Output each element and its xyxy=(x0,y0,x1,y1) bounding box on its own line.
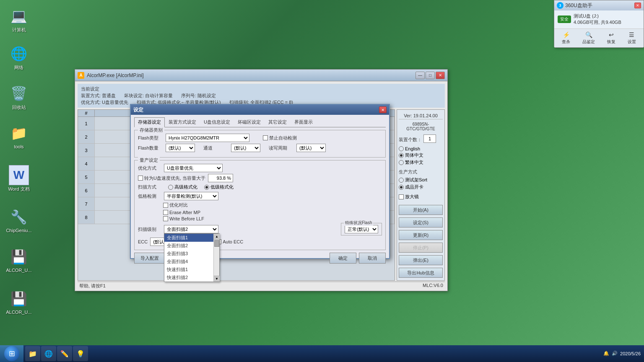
desktop-icon-word[interactable]: W Word 文档 xyxy=(2,163,36,194)
erase-after-mp-label[interactable]: Erase After MP xyxy=(163,210,382,215)
scan-option-3[interactable]: 全面扫描3 xyxy=(164,250,213,258)
maximize-button[interactable]: □ xyxy=(426,72,435,79)
channel-select[interactable]: (默认) xyxy=(231,144,260,152)
update-button[interactable]: 更新(R) xyxy=(399,230,443,240)
magnifier-option[interactable]: 放大镜 xyxy=(399,194,443,200)
settings-close-button[interactable]: ✕ xyxy=(379,106,387,113)
scroll-up-button[interactable]: ▲ xyxy=(214,234,220,240)
speed-optimize-checkbox-label[interactable]: 转为U盘速度优先, 当容量大于 xyxy=(138,175,205,181)
production-test-option[interactable]: 测试架Sort xyxy=(399,177,443,183)
taskbar-file-manager-button[interactable]: 📁 xyxy=(25,346,40,361)
scan-icon: ⚡ xyxy=(563,31,570,38)
desktop-icon-recycle[interactable]: 🗑️ 回收站 xyxy=(2,82,36,112)
lang-traditional-radio[interactable] xyxy=(399,160,404,165)
panel-360-scan-button[interactable]: ⚡ 查杀 xyxy=(560,31,572,46)
optimize-compare-label[interactable]: 优化对比 xyxy=(163,202,188,208)
tab-device-mode[interactable]: 装置方式设定 xyxy=(165,117,200,127)
desktop-icon-network[interactable]: 🌐 网络 xyxy=(2,42,36,72)
rw-period-select[interactable]: (默认) xyxy=(296,144,326,152)
scan-low-option[interactable]: 低级格式化 xyxy=(204,184,234,190)
import-config-button[interactable]: 导入配置 xyxy=(134,253,165,264)
erase-after-mp-text: Erase After MP xyxy=(169,210,200,215)
settings-button[interactable]: 设定(S) xyxy=(399,217,443,228)
flash-count-select[interactable]: (默认) xyxy=(166,144,195,152)
desktop-icon-alcor1[interactable]: 💾 ALCOR_U... xyxy=(2,245,36,274)
panel-360-restore-button[interactable]: ↩ 恢复 xyxy=(605,31,617,46)
taskbar-chrome-button[interactable]: 🌐 xyxy=(41,346,56,361)
low-scan-select[interactable]: 半容量检测(默认) xyxy=(164,192,218,200)
erase-after-mp-checkbox[interactable] xyxy=(163,210,168,215)
production-product-option[interactable]: 成品开卡 xyxy=(399,184,443,190)
production-test-radio[interactable] xyxy=(399,178,404,183)
tab-ui-display[interactable]: 界面显示 xyxy=(291,117,317,127)
flash-type-select[interactable]: Hynix H27QDG8M2MTR xyxy=(166,134,249,142)
settings-label: 设置 xyxy=(628,39,636,45)
identify-label: 品鉴定 xyxy=(582,39,595,45)
auto-detect-label[interactable]: 禁止自动检测 xyxy=(263,135,297,141)
device-count-input[interactable] xyxy=(423,134,436,143)
alcormp-titlebar: A AlcorMP.exe [AlcorMP.ini] — □ ✕ xyxy=(75,70,447,81)
panel-360-settings-button[interactable]: ☰ 设置 xyxy=(626,31,638,46)
start-orb[interactable]: ⊞ xyxy=(4,346,19,361)
scan-level-select[interactable]: 全面扫描2 xyxy=(164,225,218,233)
flash-type-row: Flash类型 Hynix H27QDG8M2MTR 禁止自动检测 xyxy=(138,134,382,142)
taskbar-pencil-button[interactable]: ✏️ xyxy=(57,346,72,361)
scan-option-4[interactable]: 全面扫描4 xyxy=(164,258,213,266)
production-product-radio[interactable] xyxy=(399,185,404,190)
desktop-icon-computer[interactable]: 💻 计算机 xyxy=(2,4,36,35)
lang-english-option[interactable]: English xyxy=(399,146,443,151)
panel-360-title: 360U盘助手 xyxy=(565,2,634,9)
lang-english-radio[interactable] xyxy=(399,146,404,151)
settings-tabs: 存储器设定 装置方式设定 U盘信息设定 坏磁区设定 其它设定 界面显示 xyxy=(134,117,386,127)
ok-cancel-buttons: 确定 取消 xyxy=(330,253,386,264)
panel-360-close-button[interactable]: ✕ xyxy=(634,3,641,8)
start-button[interactable]: 开始(A) xyxy=(399,205,443,215)
eject-button[interactable]: 弹出(E) xyxy=(399,255,443,265)
speed-optimize-checkbox[interactable] xyxy=(138,176,143,181)
desktop-icon-tools[interactable]: 📁 tools xyxy=(2,122,36,151)
ok-button[interactable]: 确定 xyxy=(330,253,356,264)
scan-option-2[interactable]: 全面扫描2 xyxy=(164,242,213,250)
optimize-compare-checkbox[interactable] xyxy=(163,203,168,208)
scan-low-radio[interactable] xyxy=(204,185,209,190)
tab-udisk-info[interactable]: U盘信息设定 xyxy=(200,117,234,127)
taskbar-clock: 2020/5/26 xyxy=(620,351,641,357)
optimize-select[interactable]: U盘容量优先 xyxy=(164,164,223,172)
close-button[interactable]: ✕ xyxy=(436,72,445,79)
settings-title: 设定 xyxy=(133,106,379,114)
production-test-label: 测试架Sort xyxy=(405,177,427,183)
scroll-down-button[interactable]: ▼ xyxy=(214,276,220,282)
status-mlc: MLC:V6.0 xyxy=(423,283,443,289)
lang-simplified-radio[interactable] xyxy=(399,153,404,158)
auto-detect-checkbox[interactable] xyxy=(263,135,268,140)
scan-option-6[interactable]: 快速扫描2 xyxy=(164,274,213,282)
tab-bad-sector[interactable]: 坏磁区设定 xyxy=(234,117,265,127)
tab-other[interactable]: 其它设定 xyxy=(265,117,291,127)
panel-360-info: 安全 测试U盘 (J:) 4.06GB可用, 共9.40GB xyxy=(554,10,644,28)
write-before-llf-checkbox[interactable] xyxy=(163,216,168,221)
taskbar-lightbulb-button[interactable]: 💡 xyxy=(73,346,88,361)
lang-simplified-option[interactable]: 简体中文 xyxy=(399,152,443,158)
scan-high-radio[interactable] xyxy=(168,185,173,190)
tab-storage[interactable]: 存储器设定 xyxy=(134,117,165,127)
scan-option-1[interactable]: 全面扫描1 xyxy=(164,234,213,242)
start-button[interactable]: ⊞ xyxy=(0,345,23,362)
lang-traditional-option[interactable]: 繁体中文 xyxy=(399,159,443,165)
scan-option-5[interactable]: 快速扫描1 xyxy=(164,266,213,274)
cancel-button[interactable]: 取消 xyxy=(359,253,386,264)
stop-button[interactable]: 停止(P) xyxy=(399,243,443,253)
desktop-icon-alcor2[interactable]: 💾 ALCOR_U... xyxy=(2,287,36,316)
scan-high-option[interactable]: 高级格式化 xyxy=(168,184,197,190)
minimize-button[interactable]: — xyxy=(415,72,425,79)
panel-360-identify-button[interactable]: 🔍 品鉴定 xyxy=(581,31,597,46)
magnifier-checkbox[interactable] xyxy=(399,194,404,199)
auto-ecc-label[interactable]: Auto ECC xyxy=(216,239,243,244)
speed-optimize-value-input[interactable] xyxy=(208,174,233,182)
scroll-track xyxy=(214,240,219,276)
desktop-icon-chipgenius[interactable]: 🔧 ChipGeniu... xyxy=(2,205,36,235)
auto-ecc-text: Auto ECC xyxy=(223,239,243,244)
export-hub-button[interactable]: 导出Hub信息 xyxy=(399,268,443,278)
row-num-4: 4 xyxy=(78,157,95,170)
scan-level-label: 扫描级别 xyxy=(138,226,161,233)
special-flash-select[interactable]: 正常(默认) xyxy=(345,225,378,233)
